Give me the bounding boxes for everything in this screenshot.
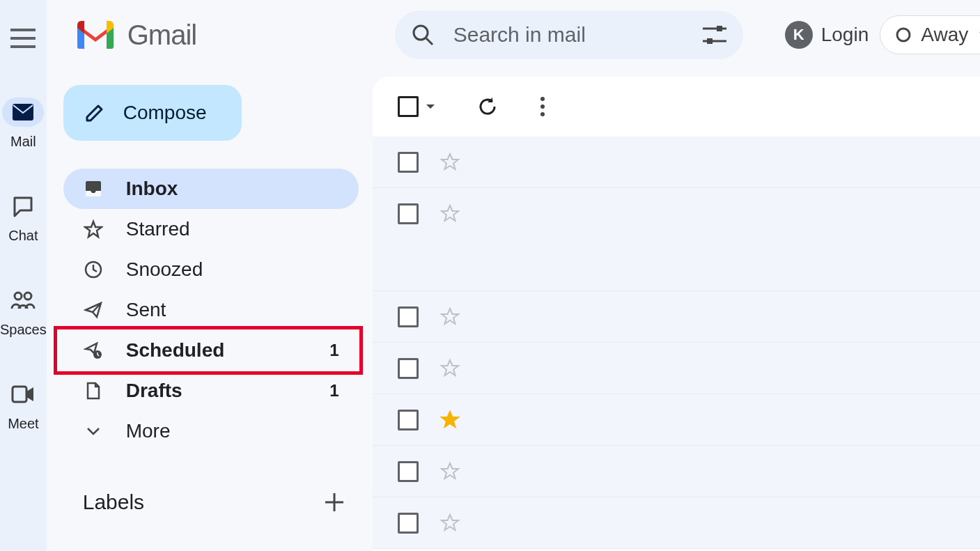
mail-row[interactable] — [373, 291, 980, 343]
login-label: Login — [821, 24, 869, 46]
row-checkbox[interactable] — [398, 306, 419, 327]
nav-label: Snoozed — [126, 258, 203, 281]
list-toolbar — [373, 77, 980, 137]
row-checkbox[interactable] — [398, 152, 419, 173]
header: Gmail Search in mail K Login Away — [47, 0, 980, 70]
logo-area[interactable]: Gmail — [75, 18, 381, 52]
clock-icon — [83, 260, 104, 279]
svg-point-4 — [15, 293, 22, 300]
row-checkbox[interactable] — [398, 203, 419, 224]
rail-item-mail[interactable]: Mail — [2, 98, 44, 150]
meet-icon-bg — [2, 380, 44, 409]
rail-item-meet[interactable]: Meet — [2, 380, 44, 432]
search-placeholder: Search in mail — [453, 23, 683, 47]
nav-item-scheduled[interactable]: Scheduled1 — [63, 330, 359, 371]
mail-list-pane — [373, 77, 980, 551]
mail-row[interactable] — [373, 343, 980, 394]
rail-label-chat: Chat — [8, 228, 38, 244]
svg-point-5 — [24, 293, 31, 300]
star-icon[interactable] — [440, 203, 460, 224]
rail-item-chat[interactable]: Chat — [2, 192, 44, 244]
inbox-icon — [83, 179, 104, 199]
schedule-icon — [83, 341, 104, 360]
mail-row[interactable] — [373, 188, 980, 291]
svg-line-10 — [426, 38, 433, 45]
chat-icon-bg — [2, 192, 44, 221]
rail-label-mail: Mail — [10, 134, 36, 150]
search-icon — [412, 24, 434, 46]
nav-item-more[interactable]: More — [63, 411, 359, 451]
star-icon[interactable] — [440, 306, 460, 327]
compose-label: Compose — [123, 102, 207, 124]
rail-item-spaces[interactable]: Spaces — [0, 286, 47, 338]
nav-count: 1 — [329, 341, 339, 360]
svg-point-21 — [540, 97, 545, 101]
nav-list: InboxStarredSnoozedSentScheduled1Drafts1… — [63, 169, 359, 451]
pencil-icon — [84, 102, 105, 123]
mail-row[interactable] — [373, 446, 980, 497]
hamburger-icon — [10, 29, 36, 48]
rail-label-spaces: Spaces — [0, 322, 47, 338]
nav-item-starred[interactable]: Starred — [63, 209, 359, 249]
more-icon[interactable] — [540, 96, 545, 117]
header-right: K Login Away — [757, 15, 980, 54]
svg-rect-2 — [10, 45, 36, 48]
search-options-icon[interactable] — [703, 24, 726, 45]
select-all[interactable] — [398, 96, 435, 117]
nav-item-sent[interactable]: Sent — [63, 290, 359, 330]
sidebar: Compose InboxStarredSnoozedSentScheduled… — [47, 70, 373, 551]
avatar-letter: K — [793, 26, 804, 44]
spaces-icon-bg — [2, 286, 44, 315]
app-name: Gmail — [127, 20, 196, 51]
svg-rect-0 — [10, 29, 36, 31]
svg-rect-14 — [707, 38, 713, 44]
avatar: K — [785, 21, 813, 49]
star-icon[interactable] — [440, 410, 460, 430]
mail-row[interactable] — [373, 394, 980, 446]
plus-icon[interactable] — [324, 492, 345, 513]
refresh-icon[interactable] — [477, 96, 498, 117]
star-icon[interactable] — [440, 513, 460, 534]
select-all-checkbox[interactable] — [398, 96, 419, 117]
status-away-icon — [896, 27, 911, 42]
send-icon — [83, 300, 104, 320]
svg-point-9 — [414, 26, 428, 40]
mail-rows — [373, 137, 980, 549]
login-chip[interactable]: K Login — [785, 21, 869, 49]
nav-count: 1 — [329, 381, 339, 401]
mail-icon — [12, 103, 34, 121]
draft-icon — [83, 381, 104, 401]
row-checkbox[interactable] — [398, 410, 419, 430]
nav-label: More — [126, 420, 171, 442]
row-checkbox[interactable] — [398, 358, 419, 379]
status-label: Away — [921, 24, 968, 46]
chat-icon — [12, 195, 34, 217]
status-chip[interactable]: Away — [880, 15, 980, 54]
meet-icon — [11, 385, 35, 403]
mail-row[interactable] — [373, 497, 980, 549]
nav-item-snoozed[interactable]: Snoozed — [63, 249, 359, 290]
svg-point-22 — [540, 104, 545, 109]
app-rail: Mail Chat Spaces Meet — [0, 0, 47, 551]
star-icon[interactable] — [440, 461, 460, 482]
nav-item-drafts[interactable]: Drafts1 — [63, 371, 359, 411]
svg-rect-12 — [717, 26, 722, 31]
row-checkbox[interactable] — [398, 461, 419, 482]
svg-rect-1 — [10, 37, 36, 40]
row-checkbox[interactable] — [398, 513, 419, 534]
nav-label: Drafts — [126, 380, 182, 402]
main-menu-button[interactable] — [10, 21, 36, 56]
star-icon[interactable] — [440, 152, 460, 173]
mail-row[interactable] — [373, 137, 980, 188]
compose-button[interactable]: Compose — [63, 85, 242, 141]
dropdown-caret-icon[interactable] — [426, 104, 435, 109]
nav-label: Inbox — [126, 178, 178, 200]
body: Compose InboxStarredSnoozedSentScheduled… — [47, 70, 980, 551]
labels-heading-row: Labels — [63, 490, 359, 514]
expand-icon — [83, 421, 104, 441]
nav-label: Starred — [126, 218, 190, 240]
search-bar[interactable]: Search in mail — [395, 10, 743, 59]
star-icon[interactable] — [440, 358, 460, 379]
nav-item-inbox[interactable]: Inbox — [63, 169, 359, 209]
svg-point-23 — [540, 112, 545, 116]
